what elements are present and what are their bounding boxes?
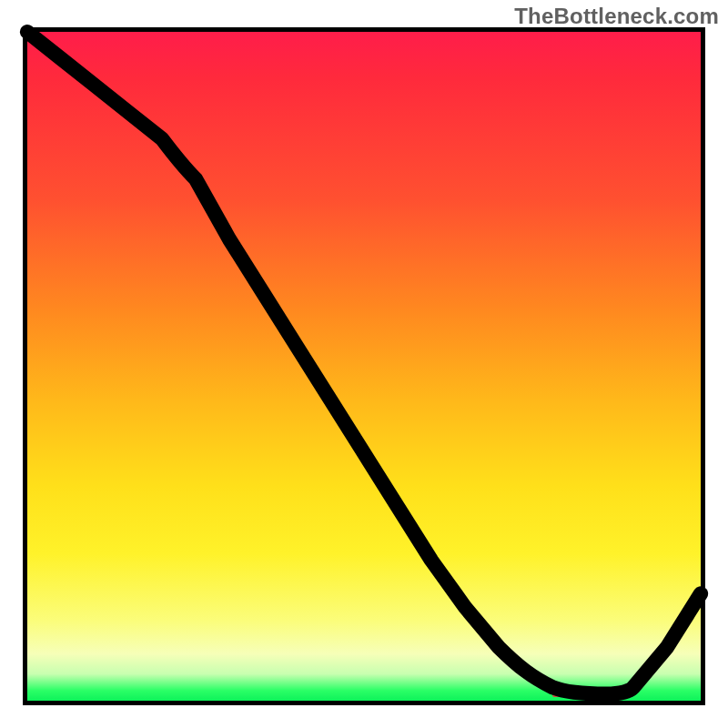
- watermark-text: TheBottleneck.com: [514, 4, 719, 29]
- plot-frame: [23, 27, 705, 705]
- curve-path: [27, 32, 701, 694]
- chart-container: TheBottleneck.com: [0, 0, 728, 728]
- line-curve: [27, 32, 701, 701]
